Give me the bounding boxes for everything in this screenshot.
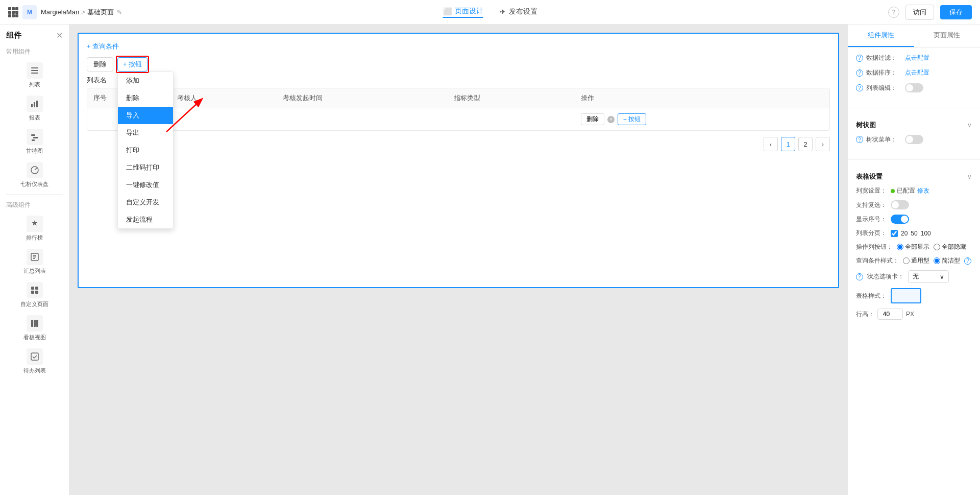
data-sort-label: 数据排序： <box>866 68 902 77</box>
row-height-input[interactable] <box>877 309 903 320</box>
page-canvas: + 查询条件 删除 + 按钮 添加 删除 导入 <box>78 33 839 288</box>
query-style-simple-radio[interactable] <box>934 257 940 264</box>
status-tab-select[interactable]: 无 ∨ <box>908 270 949 283</box>
dropdown-item-batch-edit[interactable]: 一键修改值 <box>118 176 173 194</box>
sidebar-item-ranking[interactable]: 排行榜 <box>4 213 65 245</box>
action-col-row: 操作列按钮： 全部显示 全部隐藏 <box>856 243 972 251</box>
pagination-page-1[interactable]: 1 <box>781 137 795 151</box>
tree-menu-row: ? 树状菜单： <box>856 135 972 144</box>
col-edit-link[interactable]: 修改 <box>917 186 929 195</box>
sidebar-item-custom[interactable]: 自定义页面 <box>4 279 65 311</box>
save-button[interactable]: 保存 <box>940 5 972 19</box>
table-style-row: 表格样式： <box>856 288 972 303</box>
query-style-radios: 通用型 简洁型 ? <box>903 256 971 265</box>
right-section-tree: 树状图 ∨ ? 树状菜单： <box>848 114 980 156</box>
action-col-show[interactable]: 全部显示 <box>897 243 929 251</box>
tab-publish-settings[interactable]: ✈ 发布设置 <box>500 7 537 17</box>
action-col-show-radio[interactable] <box>897 244 903 250</box>
help-icon[interactable]: ? <box>888 7 899 18</box>
sidebar-item-report[interactable]: 报表 <box>4 92 65 125</box>
svg-rect-17 <box>31 291 34 294</box>
tree-menu-toggle[interactable] <box>905 135 923 144</box>
edit-icon[interactable]: ✎ <box>117 9 122 16</box>
tree-chevron-icon: ∨ <box>967 122 972 129</box>
sidebar-item-dashboard[interactable]: 七析仪表盘 <box>4 159 65 191</box>
dropdown-item-custom-dev[interactable]: 自定义开发 <box>118 194 173 211</box>
tab-component-props[interactable]: 组件属性 <box>848 25 914 47</box>
pagination-page-2[interactable]: 2 <box>798 137 813 151</box>
breadcrumb-sep: > <box>81 8 85 16</box>
query-style-simple[interactable]: 简洁型 <box>934 256 960 265</box>
right-section-top: ? 数据过滤： 点击配置 ? 数据排序： 点击配置 ? 列表编辑： <box>848 48 980 105</box>
table-section-header[interactable]: 表格设置 ∨ <box>856 172 972 181</box>
sidebar-header: 组件 ✕ <box>0 31 69 44</box>
col-setting-row: 列宽设置： 已配置 修改 <box>856 186 972 195</box>
show-seq-toggle[interactable] <box>891 215 909 224</box>
divider-1 <box>848 108 980 108</box>
tree-menu-help-icon[interactable]: ? <box>856 136 863 143</box>
status-tab-label: 状态选项卡： <box>867 272 904 281</box>
dropdown-item-import[interactable]: 导入 <box>118 107 173 124</box>
ranking-icon <box>27 216 43 232</box>
sidebar-item-gantt[interactable]: 甘特图 <box>4 126 65 158</box>
sidebar-item-dashboard-label: 七析仪表盘 <box>20 180 48 188</box>
row-add-button[interactable]: + 按钮 <box>618 113 646 125</box>
status-tab-help-icon[interactable]: ? <box>856 273 863 280</box>
dropdown-item-export[interactable]: 导出 <box>118 124 173 142</box>
dropdown-item-delete[interactable]: 删除 <box>118 89 173 107</box>
page-name[interactable]: 基础页面 <box>87 8 114 17</box>
remove-circle-icon[interactable]: × <box>607 116 615 123</box>
svg-rect-15 <box>31 287 34 290</box>
tree-section-header[interactable]: 树状图 ∨ <box>856 121 972 130</box>
sidebar-item-summary[interactable]: 汇总列表 <box>4 246 65 278</box>
tab-page-props[interactable]: 页面属性 <box>914 25 981 47</box>
page-size-20-cb[interactable] <box>891 230 898 237</box>
action-col-hide[interactable]: 全部隐藏 <box>934 243 966 251</box>
data-sort-link[interactable]: 点击配置 <box>905 68 929 77</box>
right-panel-tabs: 组件属性 页面属性 <box>848 25 980 48</box>
list-edit-label: 列表编辑： <box>866 84 902 92</box>
app-name[interactable]: MargielaMan <box>41 8 79 16</box>
dropdown-menu: 添加 删除 导入 导出 打印 二维码打印 一键修改值 自定义开发 发起流程 <box>117 72 174 229</box>
multi-select-toggle[interactable] <box>891 200 909 209</box>
add-button-trigger[interactable]: + 按钮 <box>117 57 148 72</box>
query-style-general-label: 通用型 <box>911 256 929 265</box>
table-style-box[interactable] <box>891 288 921 303</box>
sidebar-item-board[interactable]: 看板视图 <box>4 312 65 344</box>
pagination-prev[interactable]: ‹ <box>764 137 778 151</box>
dropdown-item-add[interactable]: 添加 <box>118 72 173 89</box>
data-filter-link[interactable]: 点击配置 <box>905 54 929 62</box>
dropdown-item-start-flow[interactable]: 发起流程 <box>118 211 173 228</box>
visit-button[interactable]: 访问 <box>905 5 934 20</box>
action-col-hide-label: 全部隐藏 <box>942 243 966 251</box>
query-style-help-icon[interactable]: ? <box>964 257 971 265</box>
tab-page-design[interactable]: ⬜ 页面设计 <box>443 7 483 18</box>
sidebar-item-todo[interactable]: 待办列表 <box>4 345 65 378</box>
status-tab-chevron: ∨ <box>940 273 944 280</box>
svg-rect-7 <box>33 137 38 138</box>
query-style-general[interactable]: 通用型 <box>903 256 929 265</box>
list-edit-help-icon[interactable]: ? <box>856 84 863 91</box>
sidebar-item-custom-label: 自定义页面 <box>20 300 48 308</box>
data-sort-help-icon[interactable]: ? <box>856 69 863 77</box>
list-edit-toggle[interactable] <box>905 83 923 92</box>
toolbar-delete-button[interactable]: 删除 <box>87 57 113 72</box>
dropdown-item-print[interactable]: 打印 <box>118 142 173 159</box>
query-condition[interactable]: + 查询条件 <box>87 42 830 51</box>
list-edit-row: ? 列表编辑： <box>856 83 972 92</box>
sidebar-item-list[interactable]: 列表 <box>4 59 65 91</box>
row-delete-button[interactable]: 删除 <box>581 113 604 125</box>
data-filter-help-icon[interactable]: ? <box>856 55 863 62</box>
dashboard-icon <box>27 162 43 178</box>
grid-icon[interactable] <box>8 7 18 17</box>
svg-rect-22 <box>31 353 38 360</box>
svg-rect-3 <box>31 104 33 107</box>
tab-component-props-label: 组件属性 <box>868 31 894 39</box>
sidebar-divider <box>6 194 63 195</box>
sidebar-close-icon[interactable]: ✕ <box>56 31 63 40</box>
pagination-next[interactable]: › <box>816 137 830 151</box>
action-cell: 删除 × + 按钮 <box>581 113 823 125</box>
query-style-general-radio[interactable] <box>903 257 910 264</box>
action-col-hide-radio[interactable] <box>934 244 940 250</box>
dropdown-item-qr-print[interactable]: 二维码打印 <box>118 159 173 176</box>
